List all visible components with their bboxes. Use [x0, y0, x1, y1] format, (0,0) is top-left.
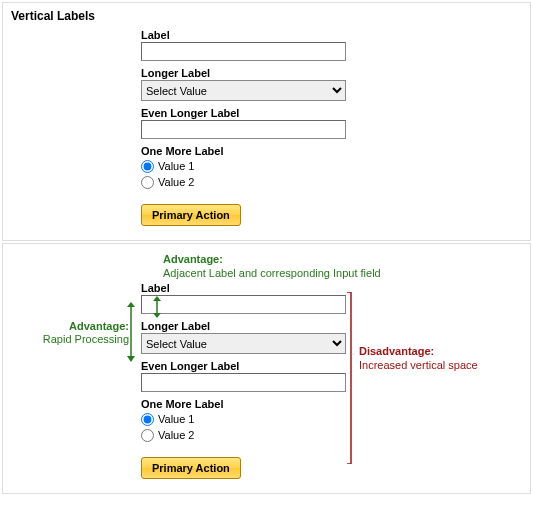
input-even-longer-label[interactable]: [141, 373, 346, 392]
form-column: Label Longer Label Select Value Even Lon…: [141, 282, 351, 479]
form-column: Label Longer Label Select Value Even Lon…: [141, 29, 351, 226]
radio-value-2[interactable]: [141, 429, 154, 442]
field-longer-label: Longer Label Select Value: [141, 320, 351, 354]
select-longer-label[interactable]: Select Value: [141, 333, 346, 354]
field-even-longer-label: Even Longer Label: [141, 360, 351, 392]
annotation-text: Increased vertical space: [359, 359, 478, 371]
field-label: Label: [141, 282, 351, 314]
label-text: Label: [141, 282, 351, 294]
label-text: Longer Label: [141, 67, 351, 79]
radio-row-2: Value 2: [141, 427, 351, 443]
label-text: One More Label: [141, 145, 351, 157]
radio-label: Value 2: [158, 174, 195, 190]
annotation-advantage-top: Advantage: Adjacent Label and correspond…: [163, 252, 381, 280]
panel-title: Vertical Labels: [11, 9, 522, 23]
annotation-disadvantage: Disadvantage: Increased vertical space: [359, 344, 478, 372]
input-even-longer-label[interactable]: [141, 120, 346, 139]
radio-row-1: Value 1: [141, 158, 351, 174]
annotation-text: Adjacent Label and corresponding Input f…: [163, 267, 381, 279]
annotation-text: Rapid Processing: [43, 333, 129, 345]
label-text: Even Longer Label: [141, 107, 351, 119]
annotation-title: Advantage:: [9, 320, 129, 333]
label-text: Label: [141, 29, 351, 41]
field-even-longer-label: Even Longer Label: [141, 107, 351, 139]
input-label[interactable]: [141, 295, 346, 314]
svg-marker-5: [127, 356, 135, 362]
radio-label: Value 2: [158, 427, 195, 443]
svg-marker-4: [127, 302, 135, 307]
field-one-more-label: One More Label Value 1 Value 2: [141, 145, 351, 190]
radio-row-1: Value 1: [141, 411, 351, 427]
panel-vertical-labels: Vertical Labels Label Longer Label Selec…: [2, 2, 531, 241]
radio-row-2: Value 2: [141, 174, 351, 190]
panel-annotated: Advantage: Adjacent Label and correspond…: [2, 243, 531, 494]
radio-label: Value 1: [158, 411, 195, 427]
annotation-title: Disadvantage:: [359, 344, 478, 358]
radio-value-1[interactable]: [141, 160, 154, 173]
primary-action-button[interactable]: Primary Action: [141, 204, 241, 226]
select-longer-label[interactable]: Select Value: [141, 80, 346, 101]
annotation-advantage-left: Advantage: Rapid Processing: [9, 320, 129, 346]
label-text: Even Longer Label: [141, 360, 351, 372]
annotation-title: Advantage:: [163, 252, 381, 266]
field-label: Label: [141, 29, 351, 61]
primary-action-button[interactable]: Primary Action: [141, 457, 241, 479]
input-label[interactable]: [141, 42, 346, 61]
field-longer-label: Longer Label Select Value: [141, 67, 351, 101]
radio-value-1[interactable]: [141, 413, 154, 426]
field-one-more-label: One More Label Value 1 Value 2: [141, 398, 351, 443]
label-text: Longer Label: [141, 320, 351, 332]
radio-label: Value 1: [158, 158, 195, 174]
label-text: One More Label: [141, 398, 351, 410]
radio-value-2[interactable]: [141, 176, 154, 189]
